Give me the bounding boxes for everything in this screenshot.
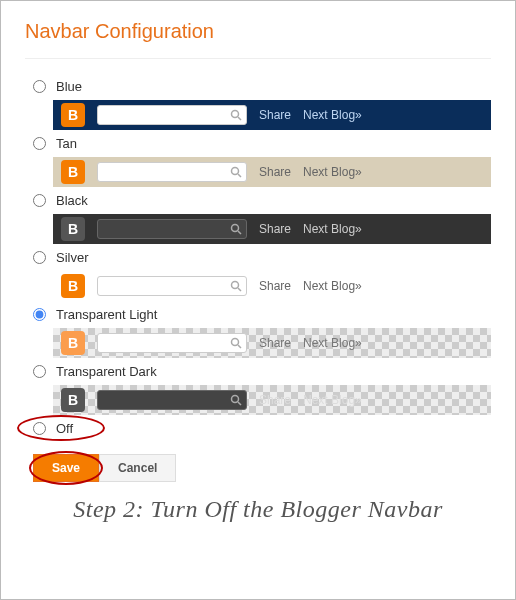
share-link: Share bbox=[259, 165, 291, 179]
option-off-row[interactable]: Off bbox=[25, 421, 491, 436]
svg-point-6 bbox=[232, 282, 239, 289]
option-blue-row[interactable]: Blue bbox=[25, 79, 491, 94]
search-icon bbox=[230, 394, 242, 406]
option-transparent-light: Transparent Light B Share Next Blog» bbox=[25, 307, 491, 358]
search-input-preview bbox=[97, 333, 247, 353]
blogger-logo-icon: B bbox=[61, 274, 85, 298]
option-tan: Tan B Share Next Blog» bbox=[25, 136, 491, 187]
preview-transparent-dark: B Share Next Blog» bbox=[53, 385, 491, 415]
svg-line-3 bbox=[238, 174, 241, 177]
radio-blue[interactable] bbox=[33, 80, 46, 93]
search-icon bbox=[230, 337, 242, 349]
next-blog-link: Next Blog» bbox=[303, 222, 362, 236]
option-transparent-light-row[interactable]: Transparent Light bbox=[25, 307, 491, 322]
blogger-logo-icon: B bbox=[61, 103, 85, 127]
search-input-preview bbox=[97, 105, 247, 125]
preview-transparent-light: B Share Next Blog» bbox=[53, 328, 491, 358]
search-icon bbox=[230, 166, 242, 178]
save-button[interactable]: Save bbox=[33, 454, 99, 482]
option-tan-row[interactable]: Tan bbox=[25, 136, 491, 151]
svg-point-10 bbox=[232, 396, 239, 403]
option-black: Black B Share Next Blog» bbox=[25, 193, 491, 244]
share-link: Share bbox=[259, 336, 291, 350]
share-link: Share bbox=[259, 279, 291, 293]
cancel-button[interactable]: Cancel bbox=[99, 454, 176, 482]
radio-tan[interactable] bbox=[33, 137, 46, 150]
svg-line-9 bbox=[238, 345, 241, 348]
option-silver-row[interactable]: Silver bbox=[25, 250, 491, 265]
blogger-logo-icon: B bbox=[61, 388, 85, 412]
blogger-logo-icon: B bbox=[61, 331, 85, 355]
search-icon bbox=[230, 280, 242, 292]
preview-black: B Share Next Blog» bbox=[53, 214, 491, 244]
option-off: Off bbox=[25, 421, 491, 436]
next-blog-link: Next Blog» bbox=[303, 279, 362, 293]
radio-off[interactable] bbox=[33, 422, 46, 435]
label-blue: Blue bbox=[56, 79, 82, 94]
svg-line-1 bbox=[238, 117, 241, 120]
radio-transparent-dark[interactable] bbox=[33, 365, 46, 378]
radio-transparent-light[interactable] bbox=[33, 308, 46, 321]
next-blog-link: Next Blog» bbox=[303, 393, 362, 407]
search-icon bbox=[230, 223, 242, 235]
next-blog-link: Next Blog» bbox=[303, 108, 362, 122]
share-link: Share bbox=[259, 222, 291, 236]
option-silver: Silver B Share Next Blog» bbox=[25, 250, 491, 301]
label-transparent-dark: Transparent Dark bbox=[56, 364, 157, 379]
svg-point-4 bbox=[232, 225, 239, 232]
share-link: Share bbox=[259, 393, 291, 407]
preview-blue: B Share Next Blog» bbox=[53, 100, 491, 130]
svg-line-7 bbox=[238, 288, 241, 291]
svg-point-0 bbox=[232, 111, 239, 118]
option-blue: Blue B Share Next Blog» bbox=[25, 79, 491, 130]
search-icon bbox=[230, 109, 242, 121]
svg-line-5 bbox=[238, 231, 241, 234]
blogger-logo-icon: B bbox=[61, 217, 85, 241]
svg-line-11 bbox=[238, 402, 241, 405]
page-title: Navbar Configuration bbox=[25, 20, 491, 59]
search-input-preview bbox=[97, 276, 247, 296]
search-input-preview bbox=[97, 219, 247, 239]
label-tan: Tan bbox=[56, 136, 77, 151]
preview-tan: B Share Next Blog» bbox=[53, 157, 491, 187]
step-caption: Step 2: Turn Off the Blogger Navbar bbox=[25, 496, 491, 523]
option-transparent-dark: Transparent Dark B Share Next Blog» bbox=[25, 364, 491, 415]
label-off: Off bbox=[56, 421, 73, 436]
search-input-preview bbox=[97, 162, 247, 182]
share-link: Share bbox=[259, 108, 291, 122]
label-black: Black bbox=[56, 193, 88, 208]
next-blog-link: Next Blog» bbox=[303, 336, 362, 350]
label-transparent-light: Transparent Light bbox=[56, 307, 157, 322]
svg-point-8 bbox=[232, 339, 239, 346]
option-transparent-dark-row[interactable]: Transparent Dark bbox=[25, 364, 491, 379]
preview-silver: B Share Next Blog» bbox=[53, 271, 491, 301]
next-blog-link: Next Blog» bbox=[303, 165, 362, 179]
search-input-preview bbox=[97, 390, 247, 410]
blogger-logo-icon: B bbox=[61, 160, 85, 184]
button-row: Save Cancel bbox=[33, 454, 491, 482]
option-black-row[interactable]: Black bbox=[25, 193, 491, 208]
label-silver: Silver bbox=[56, 250, 89, 265]
radio-silver[interactable] bbox=[33, 251, 46, 264]
radio-black[interactable] bbox=[33, 194, 46, 207]
svg-point-2 bbox=[232, 168, 239, 175]
